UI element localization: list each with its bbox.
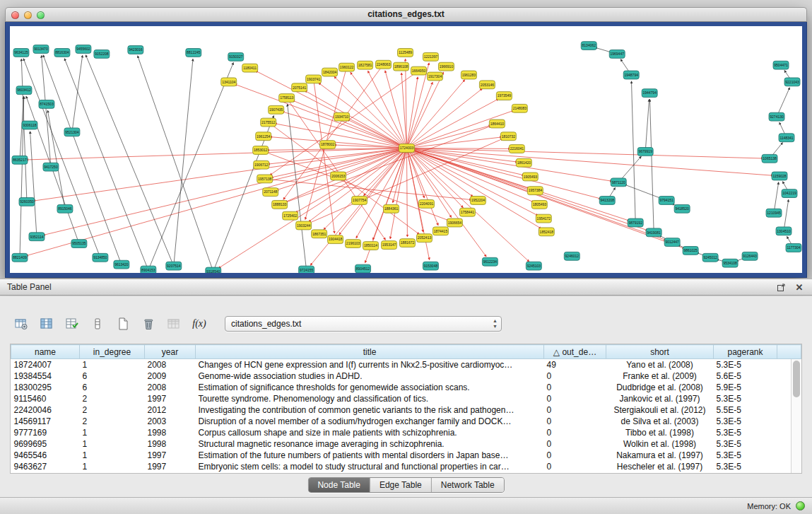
table-row[interactable]: 2242004622012Investigating the contribut… xyxy=(11,404,801,416)
graph-node[interactable]: 2248063 xyxy=(376,60,392,69)
graph-node[interactable]: 9423016 xyxy=(128,46,143,54)
graph-node[interactable]: 1864410 xyxy=(489,119,505,128)
graph-node[interactable]: 8134062 xyxy=(581,42,596,50)
graph-edge[interactable] xyxy=(274,124,406,148)
graph-edge[interactable] xyxy=(268,148,407,165)
tab-network-table[interactable]: Network Table xyxy=(432,478,504,492)
delete-attribute-icon[interactable] xyxy=(139,315,158,333)
graph-node[interactable]: 1906712 xyxy=(254,160,269,169)
close-panel-icon[interactable]: ✕ xyxy=(794,281,805,293)
graph-node[interactable]: 9419081 xyxy=(646,228,661,237)
graph-node[interactable]: 8904512 xyxy=(355,264,371,273)
graph-node[interactable]: 8812245 xyxy=(186,49,201,57)
graph-edge[interactable] xyxy=(645,100,649,152)
graph-node[interactable]: 1961254 xyxy=(256,132,271,141)
graph-node[interactable]: 1341104 xyxy=(221,78,237,86)
graph-node[interactable]: 1878002 xyxy=(320,141,336,149)
table-row[interactable]: 1872400712008Changes of HCN gene express… xyxy=(11,359,801,370)
graph-edge[interactable] xyxy=(30,132,37,237)
graph-node[interactable]: 1724003 xyxy=(399,144,415,153)
graph-edge[interactable] xyxy=(406,125,490,148)
graph-node[interactable]: 1960122 xyxy=(339,63,355,71)
graph-node[interactable]: 9245012 xyxy=(702,253,718,262)
graph-node[interactable]: 9260350 xyxy=(19,198,35,206)
graph-node[interactable]: 1210945 xyxy=(766,209,782,217)
graph-node[interactable]: 1973549 xyxy=(496,92,512,100)
edit-attributes-icon[interactable] xyxy=(62,315,82,333)
graph-node[interactable]: 1957138 xyxy=(257,175,273,183)
table-row[interactable]: 969969511998Structural magnetic resonanc… xyxy=(11,438,801,450)
close-window-icon[interactable] xyxy=(11,11,19,19)
graph-node[interactable]: 8816304 xyxy=(54,49,70,57)
graph-node[interactable]: 9153048 xyxy=(423,262,438,270)
graph-edge[interactable] xyxy=(218,148,406,269)
graph-node[interactable]: 2204091 xyxy=(418,199,434,208)
graph-node[interactable]: 9613420 xyxy=(114,260,129,269)
graph-edge[interactable] xyxy=(21,59,27,201)
graph-node[interactable]: 1966910 xyxy=(438,62,454,71)
column-header-2[interactable]: year xyxy=(145,345,196,359)
graph-node[interactable]: 1867351 xyxy=(312,230,327,238)
graph-edge[interactable] xyxy=(86,55,173,266)
graph-node[interactable]: 9150327 xyxy=(228,52,244,61)
graph-node[interactable]: 1884361 xyxy=(384,204,399,213)
graph-node[interactable]: 8741503 xyxy=(39,100,54,109)
graph-edge[interactable] xyxy=(174,59,193,266)
network-canvas[interactable]: 1724003191730416649501896108224806318275… xyxy=(10,26,802,273)
graph-node[interactable]: 1805493 xyxy=(531,200,547,209)
graph-node[interactable]: 1725402 xyxy=(283,211,298,220)
graph-edge[interactable] xyxy=(295,148,406,213)
graph-node[interactable]: 1159028 xyxy=(772,172,787,180)
table-row[interactable]: 946554611997Estimation of the future num… xyxy=(11,450,801,461)
select-columns-icon[interactable] xyxy=(37,315,57,333)
table-row[interactable]: 946362711997Embryonic stem cells: a mode… xyxy=(11,461,801,472)
table-selector[interactable]: citations_edges.txt ▲▼ xyxy=(225,316,502,332)
graph-node[interactable]: 2006153 xyxy=(331,172,346,180)
graph-node[interactable]: 9505135 xyxy=(71,240,87,248)
graph-node[interactable]: 9455602 xyxy=(76,45,91,54)
tab-edge-table[interactable]: Edge Table xyxy=(370,478,432,492)
zoom-window-icon[interactable] xyxy=(37,11,45,19)
graph-edge[interactable] xyxy=(406,148,407,237)
graph-node[interactable]: 1953147 xyxy=(382,241,397,250)
graph-node[interactable]: 2075141 xyxy=(292,83,307,92)
graph-node[interactable]: 1810732 xyxy=(500,132,516,141)
graph-node[interactable]: 1664950 xyxy=(411,66,426,75)
graph-node[interactable]: 1148341 xyxy=(779,134,794,142)
graph-node[interactable]: 1304510 xyxy=(776,227,792,235)
graph-node[interactable]: 9794151 xyxy=(659,197,674,205)
graph-edge[interactable] xyxy=(406,99,498,148)
graph-node[interactable]: 9521304 xyxy=(64,128,80,136)
graph-node[interactable]: 8904153 xyxy=(141,266,156,273)
minimize-window-icon[interactable] xyxy=(24,11,32,19)
graph-node[interactable]: 1042219 xyxy=(782,189,797,198)
graph-node[interactable]: 1177304 xyxy=(786,244,801,252)
table-row[interactable]: 911546021997Tourette syndrome. Phenomeno… xyxy=(11,393,801,404)
graph-node[interactable]: 9352114 xyxy=(29,233,45,241)
graph-edge[interactable] xyxy=(368,71,407,148)
graph-node[interactable]: 1852418 xyxy=(539,228,554,236)
graph-node[interactable]: 9221043 xyxy=(784,78,800,86)
graph-node[interactable]: 1065138 xyxy=(762,154,777,163)
table-row[interactable]: 1938455462009Genome-wide association stu… xyxy=(11,370,801,382)
graph-node[interactable]: 9318540 xyxy=(206,267,221,273)
network-graph[interactable]: 1724003191730416649501896108224806318275… xyxy=(10,26,802,273)
graph-edge[interactable] xyxy=(406,148,601,199)
graph-node[interactable]: 1888133 xyxy=(272,200,288,209)
graph-edge[interactable] xyxy=(406,148,524,175)
graph-node[interactable]: 1850114 xyxy=(363,242,379,250)
graph-node[interactable]: 9246012 xyxy=(564,252,579,260)
column-header-4[interactable]: △ out_de… xyxy=(544,345,606,359)
graph-edge[interactable] xyxy=(267,148,407,151)
column-header-1[interactable]: in_degree xyxy=(80,345,145,359)
new-attribute-icon[interactable] xyxy=(113,315,133,333)
graph-edge[interactable] xyxy=(138,56,213,271)
graph-edge[interactable] xyxy=(406,148,463,208)
graph-node[interactable]: 2196103 xyxy=(346,240,361,248)
graph-node[interactable]: 9861025 xyxy=(683,247,698,255)
graph-edge[interactable] xyxy=(293,100,407,148)
graph-edge[interactable] xyxy=(305,90,406,148)
graph-edge[interactable] xyxy=(148,63,233,270)
graph-node[interactable]: 9724155 xyxy=(299,266,314,273)
graph-node[interactable]: 1904418 xyxy=(328,235,343,244)
